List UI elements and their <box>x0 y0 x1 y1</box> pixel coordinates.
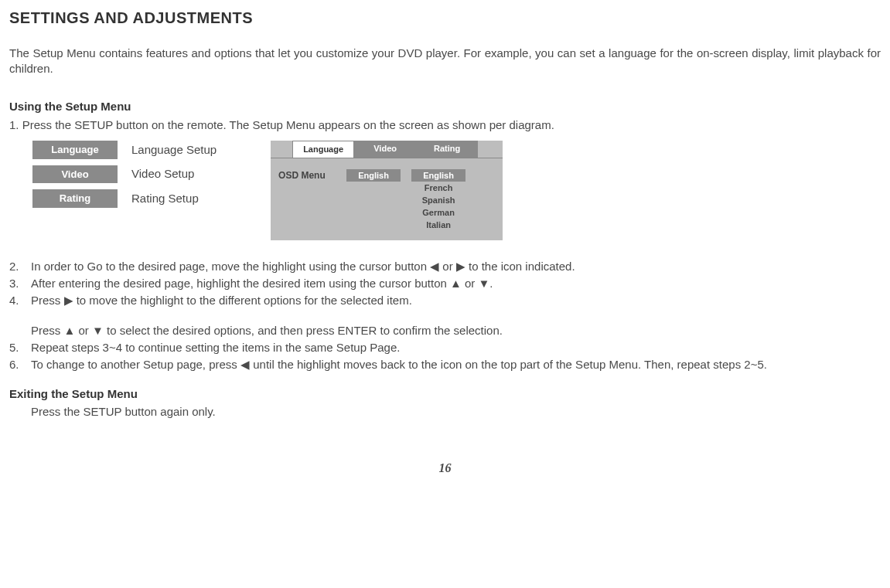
step-5: 5. Repeat steps 3~4 to continue setting … <box>9 340 881 355</box>
steps-list-cont: 5. Repeat steps 3~4 to continue setting … <box>9 340 881 373</box>
step-number: 4. <box>9 293 31 308</box>
step-number: 3. <box>9 276 31 291</box>
osd-tab-row: Language Video Rating <box>271 141 503 158</box>
step-text: After entering the desired page, highlig… <box>31 276 881 291</box>
step-text: Press ▶ to move the highlight to the dif… <box>31 293 881 308</box>
osd-option-french: French <box>411 182 465 194</box>
legend-desc-rating: Rating Setup <box>131 191 217 206</box>
step-6: 6. To change to another Setup page, pres… <box>9 357 881 372</box>
step-text: Repeat steps 3~4 to continue setting the… <box>31 340 881 355</box>
osd-tab-language: Language <box>292 141 354 158</box>
legend-tab-language: Language <box>32 141 118 159</box>
step-3: 3. After entering the desired page, high… <box>9 276 881 291</box>
step-number: 6. <box>9 357 31 372</box>
step-1: 1. Press the SETUP button on the remote.… <box>9 117 881 133</box>
step-number: 5. <box>9 340 31 355</box>
osd-row-label: OSD Menu <box>278 169 336 231</box>
legend-tab-rating: Rating <box>32 189 118 208</box>
step-4: 4. Press ▶ to move the highlight to the … <box>9 293 881 308</box>
osd-option-english: English <box>411 169 465 182</box>
page-title: SETTINGS AND ADJUSTMENTS <box>9 8 881 29</box>
osd-option-german: German <box>411 206 465 219</box>
tab-legend: Language Language Setup Video Video Setu… <box>32 141 217 208</box>
legend-desc-video: Video Setup <box>131 166 217 182</box>
step-2: 2. In order to Go to the desired page, m… <box>9 259 881 274</box>
exiting-heading: Exiting the Setup Menu <box>9 386 881 402</box>
step-text: In order to Go to the desired page, move… <box>31 259 881 274</box>
page-number: 16 <box>9 460 881 477</box>
intro-paragraph: The Setup Menu contains features and opt… <box>9 46 881 77</box>
legend-desc-language: Language Setup <box>131 142 217 158</box>
osd-tab-video: Video <box>354 141 416 158</box>
step-text: To change to another Setup page, press ◀… <box>31 357 881 372</box>
steps-list: 2. In order to Go to the desired page, m… <box>9 259 881 309</box>
osd-tab-rating: Rating <box>416 141 478 158</box>
osd-option-italian: Italian <box>411 219 465 231</box>
legend-tab-video: Video <box>32 165 118 184</box>
step-4b: Press ▲ or ▼ to select the desired optio… <box>31 323 881 338</box>
osd-option-list: English French Spanish German Italian <box>411 169 465 231</box>
exiting-body: Press the SETUP button again only. <box>31 404 881 420</box>
using-setup-heading: Using the Setup Menu <box>9 99 881 114</box>
step-number: 2. <box>9 259 31 274</box>
osd-diagram: Language Video Rating OSD Menu English E… <box>271 141 503 240</box>
osd-option-spanish: Spanish <box>411 194 465 206</box>
osd-selected-value: English <box>346 169 401 182</box>
